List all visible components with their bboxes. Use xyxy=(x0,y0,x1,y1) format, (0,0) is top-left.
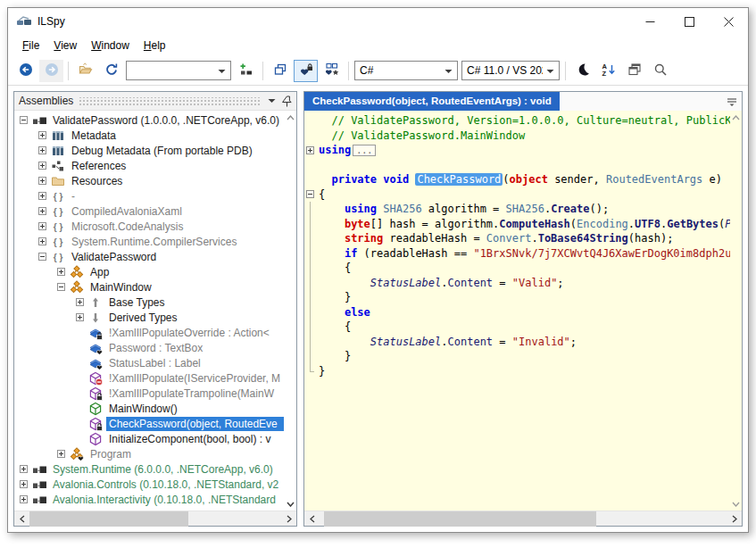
dark-mode-moon-button[interactable] xyxy=(570,60,594,82)
scroll-track[interactable] xyxy=(29,511,281,527)
assembly-list-combobox[interactable] xyxy=(126,61,231,80)
tab-checkpassword[interactable]: CheckPassword(object, RoutedEventArgs) :… xyxy=(304,92,560,111)
sort-az-button[interactable]: AZ xyxy=(596,60,620,82)
scroll-down-icon[interactable] xyxy=(731,499,741,509)
tree-item[interactable]: Avalonia.Interactivity (0.10.18.0, .NETS… xyxy=(14,492,296,507)
squares-heart-star-button[interactable] xyxy=(320,60,344,82)
field-lock-icon xyxy=(87,326,103,340)
tree-item[interactable]: App xyxy=(14,264,296,279)
menu-help[interactable]: Help xyxy=(137,37,173,54)
expand-icon[interactable] xyxy=(38,131,46,139)
tree-item[interactable]: References xyxy=(14,158,296,173)
tree-item[interactable]: Debug Metadata (From portable PDB) xyxy=(14,143,296,158)
tree-item[interactable]: { }CompiledAvaloniaXaml xyxy=(14,203,296,219)
tree-item[interactable]: Metadata xyxy=(14,128,296,143)
collapse-icon[interactable] xyxy=(38,253,46,261)
panel-splitter[interactable] xyxy=(297,91,303,527)
fold-collapse-icon[interactable] xyxy=(306,190,314,198)
code-text-line: } xyxy=(319,349,351,364)
tree-item[interactable]: MainWindow xyxy=(14,279,296,295)
scroll-thumb[interactable] xyxy=(324,511,597,527)
scroll-track[interactable] xyxy=(320,511,727,527)
tree-item[interactable]: MainWindow() xyxy=(14,401,296,416)
forward-arrow-button[interactable] xyxy=(39,60,63,82)
expand-icon[interactable] xyxy=(38,237,46,245)
expand-icon[interactable] xyxy=(38,192,46,200)
search-button[interactable] xyxy=(648,60,672,82)
tab-list-icon[interactable] xyxy=(727,92,737,111)
tree-item[interactable]: { }System.Runtime.CompilerServices xyxy=(14,234,296,249)
tree-item-label: !XamlIlPopulateOverride : Action< xyxy=(106,326,272,340)
tree-item[interactable]: Base Types xyxy=(14,295,296,310)
scroll-right-icon[interactable] xyxy=(281,511,296,527)
expand-icon[interactable] xyxy=(20,495,28,503)
tree-item[interactable]: CheckPassword(object, RoutedEve xyxy=(14,416,296,431)
code-horizontal-scrollbar[interactable] xyxy=(304,511,742,526)
scroll-up-icon[interactable] xyxy=(731,112,741,122)
scroll-down-icon[interactable] xyxy=(286,499,295,509)
menu-view[interactable]: View xyxy=(46,37,84,54)
expand-icon[interactable] xyxy=(20,465,28,473)
back-arrow-button[interactable] xyxy=(13,60,37,82)
menu-window[interactable]: Window xyxy=(84,37,137,54)
tree-item[interactable]: System.Runtime (6.0.0.0, .NETCoreApp, v6… xyxy=(14,461,296,477)
code-vertical-scrollbar[interactable] xyxy=(730,111,742,511)
language-combobox[interactable]: C# xyxy=(354,61,458,80)
tree-item[interactable]: Avalonia.Controls (0.10.18.0, .NETStanda… xyxy=(14,477,296,492)
fold-margin xyxy=(304,276,319,291)
tree-item[interactable]: StatusLabel : Label xyxy=(14,355,296,370)
cascade-windows-button[interactable] xyxy=(622,60,646,82)
close-icon[interactable] xyxy=(709,8,748,35)
window-pair-button[interactable] xyxy=(268,60,292,82)
tree-item[interactable]: !XamlIlPopulateTrampoline(MainW xyxy=(14,386,296,401)
scroll-right-icon[interactable] xyxy=(727,511,742,527)
expand-icon[interactable] xyxy=(38,222,46,230)
scroll-left-icon[interactable] xyxy=(304,511,320,527)
manage-lists-button[interactable] xyxy=(234,60,258,82)
expand-icon[interactable] xyxy=(76,298,84,306)
expand-icon[interactable] xyxy=(38,207,46,215)
tree-item[interactable]: InitializeComponent(bool, bool) : v xyxy=(14,431,296,446)
pin-icon[interactable] xyxy=(282,95,292,107)
code-text-line: string readableHash = Convert.ToBase64St… xyxy=(319,231,673,246)
maximize-icon[interactable] xyxy=(669,8,709,35)
tree-item[interactable]: !XamlIlPopulate(IServiceProvider, M xyxy=(14,370,296,386)
tree-item[interactable]: Password : TextBox xyxy=(14,340,296,355)
open-folder-button[interactable] xyxy=(73,60,97,82)
language-version-combobox[interactable]: C# 11.0 / VS 2022. xyxy=(461,61,560,80)
tree-item[interactable]: !XamlIlPopulateOverride : Action< xyxy=(14,325,296,340)
expand-icon[interactable] xyxy=(38,162,46,170)
assembly-icon xyxy=(31,493,46,507)
collapsed-region-ellipsis[interactable]: ... xyxy=(353,145,376,156)
expand-icon[interactable] xyxy=(38,177,46,185)
tree-item[interactable]: Resources xyxy=(14,173,296,188)
code-line: } xyxy=(304,364,730,379)
assembly-icon xyxy=(31,113,46,128)
tree-horizontal-scrollbar[interactable] xyxy=(14,511,296,526)
expand-icon[interactable] xyxy=(57,450,65,458)
heart-lock-button[interactable] xyxy=(294,60,318,82)
fold-expand-icon[interactable] xyxy=(306,146,314,154)
minimize-icon[interactable] xyxy=(630,8,669,35)
expand-icon[interactable] xyxy=(76,313,84,321)
collapse-icon[interactable] xyxy=(57,283,65,291)
tree-item-label: Avalonia.Controls (0.10.18.0, .NETStanda… xyxy=(50,477,281,492)
tree-vertical-scrollbar[interactable] xyxy=(285,111,296,511)
scroll-left-icon[interactable] xyxy=(14,511,29,527)
expand-icon[interactable] xyxy=(38,146,46,154)
tree-item[interactable]: Derived Types xyxy=(14,310,296,325)
refresh-button[interactable] xyxy=(99,60,123,82)
menu-file[interactable]: File xyxy=(15,37,46,54)
tree-item[interactable]: { }ValidatePassword xyxy=(14,249,296,264)
expand-icon[interactable] xyxy=(57,268,65,276)
code-line: } xyxy=(304,290,730,305)
tree-item[interactable]: ValidatePassword (1.0.0.0, .NETCoreApp, … xyxy=(14,112,296,128)
tree-item[interactable]: { }Microsoft.CodeAnalysis xyxy=(14,219,296,234)
tree-item[interactable]: Program xyxy=(14,446,296,461)
scroll-up-icon[interactable] xyxy=(286,112,295,122)
collapse-icon[interactable] xyxy=(20,116,28,124)
tree-item[interactable]: { }- xyxy=(14,188,296,203)
expand-icon[interactable] xyxy=(20,480,28,488)
chevron-down-icon[interactable] xyxy=(268,98,276,104)
scroll-thumb[interactable] xyxy=(29,511,188,527)
